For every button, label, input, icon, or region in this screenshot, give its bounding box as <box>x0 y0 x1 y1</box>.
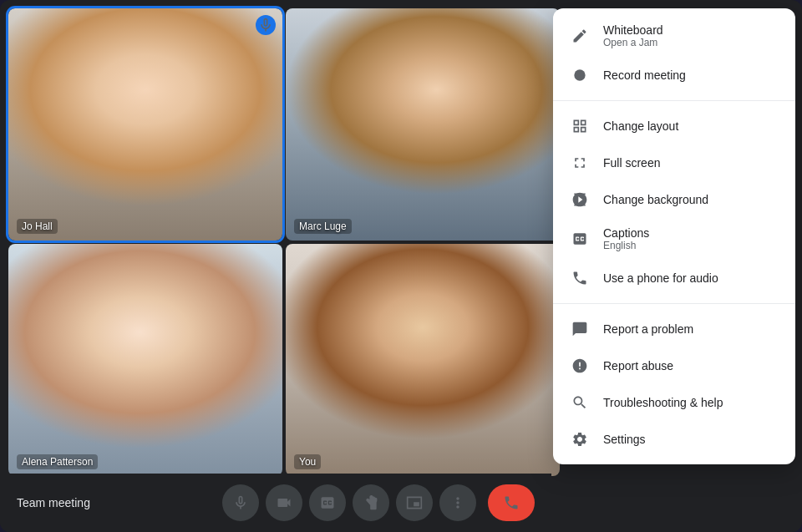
participant-name-alena: Alena Patterson <box>17 454 98 469</box>
menu-label-troubleshoot: Troubleshooting & help <box>603 396 723 409</box>
menu-item-settings[interactable]: Settings <box>553 421 795 458</box>
pip-button[interactable] <box>396 484 433 521</box>
menu-label-layout: Change layout <box>603 119 678 133</box>
menu-item-whiteboard[interactable]: Whiteboard Open a Jam <box>553 15 795 57</box>
menu-item-captions[interactable]: Captions English <box>553 218 795 260</box>
menu-item-report-problem[interactable]: Report a problem <box>553 311 795 347</box>
raise-hand-button[interactable] <box>353 484 389 521</box>
participant-name-marc: Marc Luge <box>294 219 352 234</box>
video-cell-marc: Marc Luge <box>286 8 560 241</box>
menu-item-fullscreen[interactable]: Full screen <box>553 144 795 181</box>
menu-text-troubleshoot: Troubleshooting & help <box>603 396 723 409</box>
video-cell-you: You <box>286 244 560 476</box>
captions-icon <box>570 229 590 249</box>
video-cell-alena: Alena Patterson <box>8 244 282 476</box>
layout-icon <box>570 116 590 136</box>
menu-label-report-abuse: Report abuse <box>603 359 673 372</box>
menu-text-phone-audio: Use a phone for audio <box>603 271 718 285</box>
participant-name-jo-hall: Jo Hall <box>17 219 58 234</box>
camera-button[interactable] <box>266 484 302 521</box>
menu-text-whiteboard: Whiteboard Open a Jam <box>603 23 663 48</box>
menu-label-record: Record meeting <box>603 68 686 82</box>
menu-item-layout[interactable]: Change layout <box>553 108 795 144</box>
participant-name-you: You <box>294 454 321 469</box>
end-call-button[interactable] <box>488 484 535 521</box>
fullscreen-icon <box>570 153 590 173</box>
context-menu: Whiteboard Open a Jam Record meeting Cha… <box>553 8 795 464</box>
phone-audio-icon <box>570 268 590 288</box>
more-options-button[interactable] <box>439 484 476 521</box>
record-icon <box>570 65 590 85</box>
video-cell-jo-hall: Jo Hall <box>8 8 282 241</box>
menu-item-phone-audio[interactable]: Use a phone for audio <box>553 260 795 296</box>
menu-label-captions: Captions <box>603 226 649 240</box>
menu-text-layout: Change layout <box>603 119 678 133</box>
menu-text-report-abuse: Report abuse <box>603 359 673 372</box>
menu-text-record: Record meeting <box>603 68 686 82</box>
divider-1 <box>553 100 795 101</box>
menu-label-settings: Settings <box>603 433 646 446</box>
report-problem-icon <box>570 319 590 339</box>
troubleshoot-icon <box>570 393 590 413</box>
background-icon <box>570 190 590 210</box>
meeting-container: Jo Hall Marc Luge Alena Patterson You Te… <box>0 0 802 532</box>
menu-label-report-problem: Report a problem <box>603 322 693 336</box>
svg-point-0 <box>574 69 585 80</box>
menu-item-record[interactable]: Record meeting <box>553 57 795 94</box>
menu-item-troubleshoot[interactable]: Troubleshooting & help <box>553 384 795 421</box>
report-abuse-icon <box>570 356 590 376</box>
menu-item-report-abuse[interactable]: Report abuse <box>553 347 795 384</box>
settings-icon <box>570 429 590 449</box>
video-grid: Jo Hall Marc Luge Alena Patterson You <box>8 8 560 476</box>
bottom-toolbar: Team meeting <box>0 474 551 532</box>
menu-text-background: Change background <box>603 193 708 206</box>
edit-icon <box>570 26 590 46</box>
active-mic-indicator <box>256 15 276 35</box>
menu-text-settings: Settings <box>603 433 646 446</box>
captions-button[interactable] <box>309 484 346 521</box>
mic-button[interactable] <box>222 484 259 521</box>
menu-text-fullscreen: Full screen <box>603 156 660 170</box>
menu-label-background: Change background <box>603 193 708 206</box>
menu-sublabel-captions: English <box>603 240 649 251</box>
menu-sublabel-whiteboard: Open a Jam <box>603 37 663 48</box>
menu-text-captions: Captions English <box>603 226 649 251</box>
menu-item-background[interactable]: Change background <box>553 181 795 218</box>
menu-label-phone-audio: Use a phone for audio <box>603 271 718 285</box>
divider-2 <box>553 303 795 304</box>
menu-label-fullscreen: Full screen <box>603 156 660 170</box>
menu-text-report-problem: Report a problem <box>603 322 693 336</box>
meeting-title: Team meeting <box>17 496 90 509</box>
menu-label-whiteboard: Whiteboard <box>603 23 663 37</box>
